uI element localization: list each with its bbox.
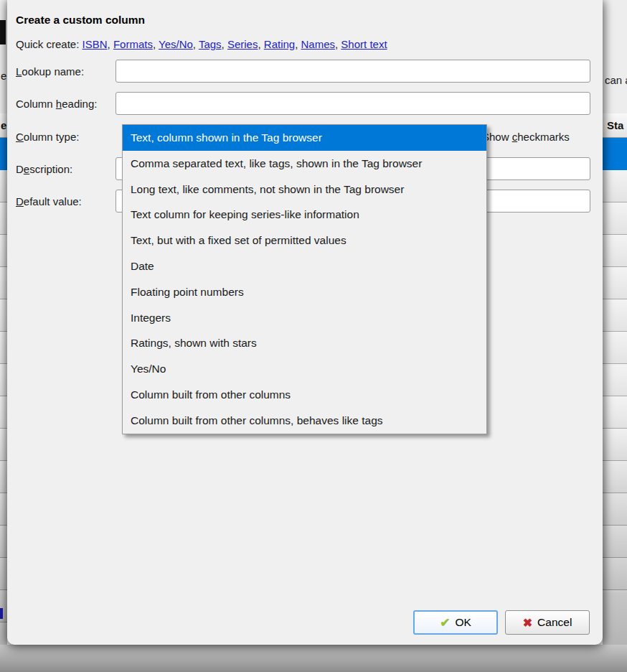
show-checkmarks-label[interactable]: Show checkmarks [482, 131, 570, 143]
lookup-name-label: Lookup name: [16, 65, 84, 78]
column-type-option-3[interactable]: Text column for keeping series-like info… [123, 202, 486, 228]
column-type-option-7[interactable]: Integers [123, 305, 486, 331]
quick-create-links: ISBN, Formats, Yes/No, Tags, Series, Rat… [82, 38, 387, 50]
background-selected-row-left [0, 138, 7, 170]
check-icon: ✔ [440, 615, 450, 630]
column-type-option-5[interactable]: Date [123, 253, 486, 279]
dialog-title: Create a custom column [16, 14, 145, 27]
description-label: Description: [16, 163, 72, 175]
quick-create-label: Quick create: [16, 38, 79, 50]
background-window-right-sliver: can a Sta [603, 0, 627, 672]
column-type-option-9[interactable]: Yes/No [123, 356, 486, 382]
quick-create-link-names[interactable]: Names [301, 38, 336, 50]
quick-create-link-formats[interactable]: Formats [113, 38, 153, 50]
cancel-button[interactable]: ✖ Cancel [505, 610, 590, 635]
quick-create-separator: , [222, 38, 227, 50]
column-heading-label: Column heading: [16, 98, 97, 110]
background-left-column-header-text: e [0, 119, 6, 131]
quick-create-separator: , [153, 38, 159, 50]
quick-create-link-isbn[interactable]: ISBN [82, 38, 108, 50]
column-type-dropdown-list: Text, column shown in the Tag browserCom… [122, 124, 487, 434]
default-value-label: Default value: [16, 195, 82, 207]
quick-create-separator: , [295, 38, 301, 50]
background-right-column-header-text: Sta [603, 119, 623, 131]
quick-create-separator: , [108, 38, 113, 50]
background-selected-row-right [603, 138, 627, 170]
background-right-column-header: Sta [603, 113, 627, 138]
column-type-label: Column type: [16, 131, 79, 143]
cancel-button-label: Cancel [537, 616, 572, 629]
column-type-option-8[interactable]: Ratings, shown with stars [123, 330, 486, 356]
background-window-left-sliver: e e [0, 0, 7, 672]
background-bottom-band [0, 645, 627, 672]
column-type-option-0[interactable]: Text, column shown in the Tag browser [123, 125, 486, 151]
quick-create-separator: , [258, 38, 263, 50]
quick-create-link-rating[interactable]: Rating [264, 38, 295, 50]
cross-icon: ✖ [523, 616, 532, 630]
lookup-name-input[interactable] [116, 60, 590, 83]
background-left-column-header: e [0, 113, 7, 138]
column-heading-input[interactable] [116, 92, 590, 115]
create-custom-column-dialog: Create a custom column Quick create: ISB… [7, 0, 603, 645]
background-right-text-fragment: can a [605, 74, 627, 86]
ok-button[interactable]: ✔ OK [413, 610, 498, 635]
quick-create-link-short-text[interactable]: Short text [341, 38, 387, 50]
column-type-option-1[interactable]: Comma separated text, like tags, shown i… [123, 151, 486, 177]
background-dark-block [0, 20, 6, 45]
background-table-rows-right [603, 170, 627, 592]
column-type-option-11[interactable]: Column built from other columns, behaves… [123, 408, 486, 434]
quick-create-row: Quick create: ISBN, Formats, Yes/No, Tag… [16, 38, 387, 50]
quick-create-separator: , [193, 38, 199, 50]
background-link-fragment [0, 608, 3, 619]
quick-create-link-series[interactable]: Series [227, 38, 258, 50]
column-type-option-6[interactable]: Floating point numbers [123, 279, 486, 305]
background-table-rows-left [0, 170, 7, 630]
quick-create-link-tags[interactable]: Tags [199, 38, 222, 50]
column-type-option-4[interactable]: Text, but with a fixed set of permitted … [123, 228, 486, 253]
quick-create-link-yes-no[interactable]: Yes/No [159, 38, 193, 50]
background-left-label-fragment: e [1, 70, 6, 82]
ok-button-label: OK [455, 616, 471, 629]
column-type-option-2[interactable]: Long text, like comments, not shown in t… [123, 177, 486, 202]
column-type-option-10[interactable]: Column built from other columns [123, 382, 486, 408]
